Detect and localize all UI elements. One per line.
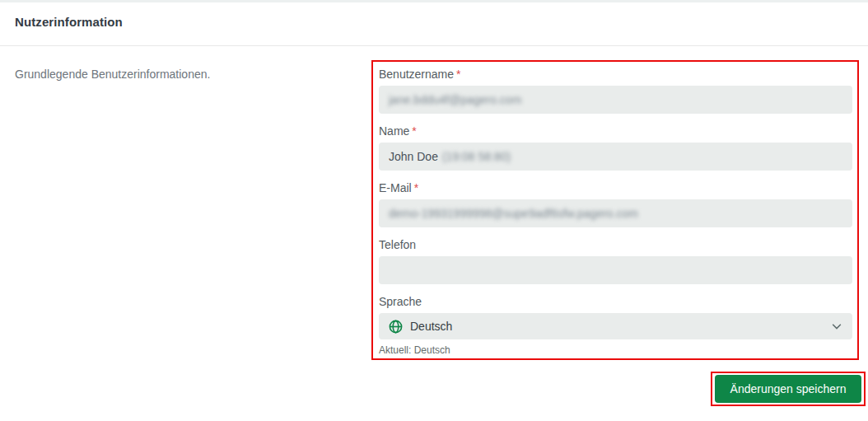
language-select[interactable]: Deutsch	[379, 313, 852, 339]
name-label: Name*	[379, 124, 852, 138]
name-label-text: Name	[379, 124, 409, 138]
section-description: Grundlegende Benutzerinformationen.	[15, 68, 210, 81]
email-input[interactable]: demo-19931999998@supe9adf6sfw.pagero.com	[379, 199, 852, 227]
name-visible-value: John Doe	[389, 150, 438, 163]
phone-label: Telefon	[379, 237, 852, 252]
username-label-text: Benutzername	[379, 68, 454, 81]
email-label: E-Mail*	[379, 180, 852, 195]
page-title: Nutzerinformation	[15, 15, 123, 29]
language-selected-value: Deutsch	[410, 320, 452, 333]
username-input[interactable]: jane.bddu4f@pagero.com	[379, 86, 852, 114]
username-label: Benutzername*	[379, 67, 852, 82]
required-asterisk: *	[456, 68, 460, 81]
username-redacted-value: jane.bddu4f@pagero.com	[389, 93, 521, 106]
required-asterisk: *	[414, 181, 418, 194]
field-language: Sprache Deutsch	[379, 294, 852, 357]
globe-icon	[389, 320, 403, 334]
button-annotation-box: Änderungen speichern	[711, 372, 866, 406]
header-divider	[0, 45, 868, 46]
name-input[interactable]: John Doe (19:08 58:80)	[379, 143, 852, 171]
field-phone: Telefon	[379, 237, 852, 284]
chevron-down-icon	[831, 320, 842, 332]
field-email: E-Mail* demo-19931999998@supe9adf6sfw.pa…	[379, 180, 852, 227]
field-name: Name* John Doe (19:08 58:80)	[379, 124, 852, 171]
top-edge-strip	[0, 0, 868, 2]
phone-label-text: Telefon	[379, 238, 416, 251]
user-settings-page: Nutzerinformation Grundlegende Benutzeri…	[0, 0, 868, 421]
name-redacted-value: (19:08 58:80)	[442, 150, 511, 163]
language-label: Sprache	[379, 294, 852, 309]
language-label-text: Sprache	[379, 295, 422, 308]
save-changes-button[interactable]: Änderungen speichern	[715, 375, 861, 403]
field-username: Benutzername* jane.bddu4f@pagero.com	[379, 67, 852, 114]
email-label-text: E-Mail	[379, 181, 412, 194]
required-asterisk: *	[412, 124, 416, 138]
phone-input[interactable]	[379, 256, 852, 284]
language-current-hint: Aktuell: Deutsch	[379, 344, 852, 357]
form-annotation-box: Benutzername* jane.bddu4f@pagero.com Nam…	[371, 60, 859, 360]
email-redacted-value: demo-19931999998@supe9adf6sfw.pagero.com	[389, 207, 638, 220]
